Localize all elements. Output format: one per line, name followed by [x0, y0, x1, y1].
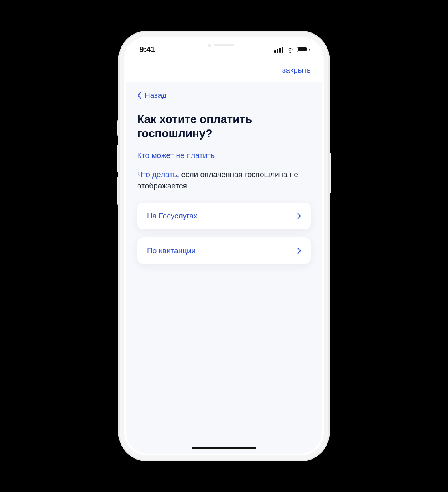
back-button[interactable]: Назад	[137, 91, 166, 100]
status-time: 9:41	[140, 45, 155, 54]
app-bar: закрыть	[126, 61, 322, 82]
phone-speaker	[214, 44, 234, 46]
what-to-do-paragraph: Что делать, если оплаченная госпошлина н…	[137, 169, 311, 191]
what-to-do-link[interactable]: Что делать	[137, 170, 177, 179]
chevron-left-icon	[137, 92, 141, 99]
wifi-icon	[286, 47, 294, 53]
chevron-right-icon	[297, 248, 301, 254]
home-indicator[interactable]	[192, 447, 256, 449]
close-button[interactable]: закрыть	[282, 66, 311, 75]
battery-icon	[297, 47, 308, 52]
phone-notch	[183, 38, 265, 52]
page-title: Как хотите оплатить госпошлину?	[137, 112, 311, 140]
who-exempt-link[interactable]: Кто может не платить	[137, 151, 215, 160]
option-gosuslugi[interactable]: На Госуслугах	[137, 203, 311, 229]
option-label: На Госуслугах	[147, 211, 198, 220]
back-label: Назад	[144, 91, 166, 100]
option-label: По квитанции	[147, 246, 196, 255]
status-icons	[274, 47, 308, 53]
option-receipt[interactable]: По квитанции	[137, 237, 311, 264]
cellular-signal-icon	[274, 47, 283, 53]
content: Назад Как хотите оплатить госпошлину? Кт…	[126, 82, 322, 454]
phone-volume-down	[117, 177, 119, 205]
phone-volume-up	[117, 145, 119, 172]
front-camera-dot	[208, 44, 211, 47]
phone-frame: 9:41 закрыть Назад Как хотите оплатить г…	[118, 31, 330, 461]
chevron-right-icon	[297, 213, 301, 219]
screen: 9:41 закрыть Назад Как хотите оплатить г…	[126, 38, 322, 454]
phone-mute-switch	[117, 120, 119, 136]
phone-power-button	[329, 153, 331, 193]
